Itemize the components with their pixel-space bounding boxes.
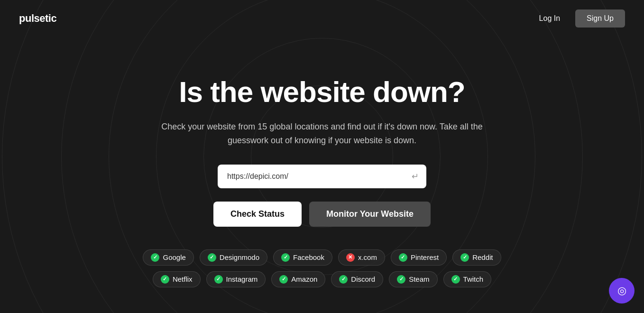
chat-bubble-icon: ◎ bbox=[617, 285, 626, 297]
tag-label: Twitch bbox=[463, 275, 484, 283]
hero-subtitle: Check your website from 15 global locati… bbox=[161, 120, 483, 147]
tags-section: ✓Google✓Designmodo✓Facebook✕x.com✓Pinter… bbox=[143, 249, 501, 287]
enter-icon: ↵ bbox=[412, 171, 419, 182]
tag-status-icon-pinterest: ✓ bbox=[399, 253, 407, 262]
tag-status-icon-steam: ✓ bbox=[397, 275, 405, 284]
logo: pulsetic bbox=[19, 12, 56, 25]
hero-title: Is the website down? bbox=[179, 75, 465, 109]
tag-status-icon-twitch: ✓ bbox=[451, 275, 460, 284]
tag-item[interactable]: ✕x.com bbox=[338, 249, 385, 266]
tag-status-icon-x.com: ✕ bbox=[346, 253, 355, 262]
signup-button[interactable]: Sign Up bbox=[575, 9, 625, 28]
tag-label: x.com bbox=[358, 253, 377, 261]
tag-status-icon-google: ✓ bbox=[151, 253, 159, 262]
tag-label: Pinterest bbox=[411, 253, 439, 261]
header-nav: Log In Sign Up bbox=[532, 9, 625, 28]
header: pulsetic Log In Sign Up bbox=[0, 0, 644, 37]
url-input[interactable] bbox=[218, 165, 426, 188]
tag-item[interactable]: ✓Reddit bbox=[452, 249, 501, 266]
tag-item[interactable]: ✓Steam bbox=[389, 271, 437, 287]
chat-bubble-button[interactable]: ◎ bbox=[609, 278, 635, 304]
tag-item[interactable]: ✓Discord bbox=[331, 271, 383, 287]
tag-item[interactable]: ✓Amazon bbox=[271, 271, 325, 287]
tag-item[interactable]: ✓Designmodo bbox=[200, 249, 267, 266]
check-status-button[interactable]: Check Status bbox=[213, 202, 302, 227]
tag-label: Google bbox=[163, 253, 185, 261]
tags-row-2: ✓Netflix✓Instagram✓Amazon✓Discord✓Steam✓… bbox=[153, 271, 491, 287]
tag-item[interactable]: ✓Facebook bbox=[273, 249, 332, 266]
url-input-wrapper: ↵ bbox=[218, 165, 426, 188]
tag-status-icon-designmodo: ✓ bbox=[208, 253, 216, 262]
tag-label: Instagram bbox=[226, 275, 258, 283]
tag-item[interactable]: ✓Netflix bbox=[153, 271, 201, 287]
tag-label: Facebook bbox=[293, 253, 324, 261]
tag-status-icon-reddit: ✓ bbox=[460, 253, 469, 262]
tag-label: Amazon bbox=[291, 275, 317, 283]
tag-status-icon-discord: ✓ bbox=[339, 275, 348, 284]
action-buttons: Check Status Monitor Your Website bbox=[213, 202, 431, 227]
tag-status-icon-amazon: ✓ bbox=[279, 275, 288, 284]
tag-label: Discord bbox=[351, 275, 375, 283]
tag-item[interactable]: ✓Instagram bbox=[206, 271, 266, 287]
tag-status-icon-instagram: ✓ bbox=[214, 275, 223, 284]
tag-label: Reddit bbox=[472, 253, 493, 261]
main-content: Is the website down? Check your website … bbox=[0, 37, 644, 287]
tag-label: Designmodo bbox=[220, 253, 259, 261]
tag-item[interactable]: ✓Pinterest bbox=[391, 249, 447, 266]
tag-item[interactable]: ✓Google bbox=[143, 249, 193, 266]
tag-item[interactable]: ✓Twitch bbox=[443, 271, 492, 287]
tag-status-icon-netflix: ✓ bbox=[161, 275, 169, 284]
login-button[interactable]: Log In bbox=[532, 10, 568, 27]
tag-status-icon-facebook: ✓ bbox=[281, 253, 290, 262]
tag-label: Steam bbox=[409, 275, 429, 283]
monitor-website-button[interactable]: Monitor Your Website bbox=[309, 202, 431, 227]
tags-row-1: ✓Google✓Designmodo✓Facebook✕x.com✓Pinter… bbox=[143, 249, 501, 266]
tag-label: Netflix bbox=[173, 275, 193, 283]
